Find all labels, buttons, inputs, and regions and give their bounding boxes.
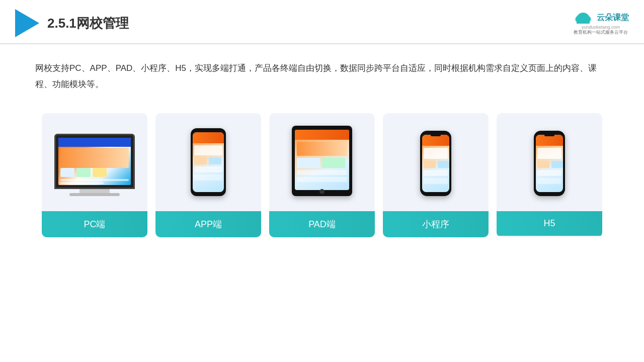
app-phone-icon [191, 128, 226, 196]
miniprogram-phone-icon [420, 131, 451, 196]
card-pc: PC端 [42, 113, 147, 237]
pad-image-area [274, 123, 370, 204]
header-right: 云朵课堂 yunduoketang.com 教育机构一站式服务云平台 [573, 11, 629, 36]
card-h5: H5 [497, 113, 602, 237]
phone-notch [431, 134, 441, 136]
pc-monitor-icon [54, 134, 135, 196]
brand-name: 云朵课堂 [597, 13, 629, 23]
header-left: 2.5.1网校管理 [15, 9, 129, 37]
app-image-area [160, 123, 256, 204]
brand-tagline: 教育机构一站式服务云平台 [574, 30, 628, 36]
cards-container: PC端 APP端 [0, 103, 644, 252]
h5-phone-icon [534, 131, 565, 196]
card-label-pc: PC端 [42, 211, 147, 237]
phone-notch-h5 [544, 134, 554, 136]
h5-image-area [502, 123, 597, 204]
miniprogram-image-area [388, 123, 484, 204]
card-app: APP端 [155, 113, 261, 237]
cloud-logo: 云朵课堂 [573, 11, 629, 25]
card-label-h5: H5 [497, 211, 602, 236]
header: 2.5.1网校管理 云朵课堂 yunduoketang.com 教育机构一站式服… [0, 0, 644, 44]
logo-triangle-icon [15, 9, 39, 37]
description-text: 网校支持PC、APP、PAD、小程序、H5，实现多端打通，产品各终端自由切换，数… [0, 44, 644, 103]
card-label-pad: PAD端 [269, 211, 375, 237]
card-label-app: APP端 [155, 211, 261, 237]
pc-image-area [47, 123, 142, 204]
page-title: 2.5.1网校管理 [47, 15, 129, 32]
pad-tablet-icon [292, 126, 352, 196]
card-miniprogram: 小程序 [383, 113, 489, 237]
card-label-miniprogram: 小程序 [383, 211, 489, 237]
cloud-icon [573, 11, 594, 25]
svg-rect-5 [577, 19, 590, 24]
card-pad: PAD端 [269, 113, 375, 237]
brand-url: yunduoketang.com [582, 25, 620, 30]
